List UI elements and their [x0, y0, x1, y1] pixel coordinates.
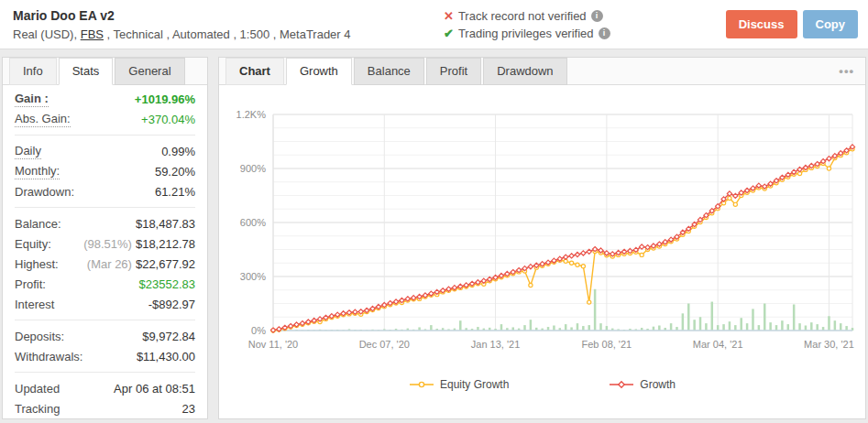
tab-info[interactable]: Info [9, 58, 57, 85]
svg-text:300%: 300% [240, 271, 266, 282]
stat-row-interest: Interest -$892.97 [3, 294, 207, 314]
equity-value: (98.51%)$18,212.78 [83, 237, 195, 251]
highest-date: (Mar 26) [87, 257, 132, 271]
abs-gain-value: +370.04% [141, 113, 195, 126]
withdrawals-value: $11,430.00 [137, 350, 195, 363]
stats-tabbar: Info Stats General [3, 58, 207, 85]
main-content: Info Stats General Gain : +1019.96% Abs.… [0, 49, 868, 419]
stat-row-monthly: Monthly: 59.20% [3, 161, 207, 181]
daily-label[interactable]: Daily [15, 144, 41, 159]
tab-profit[interactable]: Profit [426, 58, 481, 85]
check-icon: ✔ [444, 25, 454, 42]
chart-panel: Chart Growth Balance Profit Drawdown •••… [218, 57, 866, 419]
track-record-text: Track record not verified [458, 7, 587, 25]
legend-item-growth[interactable]: Growth [610, 378, 676, 391]
trading-privileges-status: ✔ Trading privileges verified i [444, 25, 610, 42]
deposits-label: Deposits: [15, 330, 64, 343]
growth-chart-svg: 0%300%600%900%1.2K%Nov 11, '20Dec 07, '2… [222, 94, 863, 369]
chart-legend: Equity Growth Growth [222, 378, 863, 391]
updated-value: Apr 06 at 08:51 [114, 382, 195, 396]
svg-text:Feb 08, '21: Feb 08, '21 [582, 339, 632, 350]
stat-row-drawdown: Drawdown: 61.21% [3, 181, 207, 201]
stat-row-profit: Profit: $23552.83 [3, 274, 207, 294]
legend-label-equity-growth: Equity Growth [440, 378, 509, 391]
interest-value: -$892.97 [148, 298, 195, 311]
trading-privileges-text: Trading privileges verified [458, 25, 594, 42]
stat-row-gain: Gain : +1019.96% [3, 89, 207, 109]
svg-text:600%: 600% [240, 217, 266, 228]
stats-body: Gain : +1019.96% Abs. Gain: +370.04% Dai… [3, 85, 207, 418]
svg-text:1.2K%: 1.2K% [236, 109, 267, 120]
abs-gain-label[interactable]: Abs. Gain: [15, 112, 71, 127]
svg-text:Jan 13, '21: Jan 13, '21 [471, 339, 520, 350]
deposits-value: $9,972.84 [142, 330, 195, 343]
tab-stats[interactable]: Stats [59, 58, 114, 85]
gain-value: +1019.96% [135, 92, 195, 106]
info-icon[interactable]: i [599, 27, 610, 39]
growth-marker-icon [610, 380, 633, 389]
profit-label: Profit: [15, 277, 46, 291]
stat-row-highest: Highest: (Mar 26)$22,677.92 [3, 254, 207, 274]
gain-label[interactable]: Gain : [15, 92, 49, 107]
stats-panel: Info Stats General Gain : +1019.96% Abs.… [2, 57, 208, 419]
highest-value: (Mar 26)$22,677.92 [87, 257, 195, 271]
equity-percent: (98.51%) [83, 237, 132, 251]
svg-text:Dec 07, '20: Dec 07, '20 [359, 339, 410, 350]
legend-item-equity-growth[interactable]: Equity Growth [410, 378, 509, 391]
tracking-value: 23 [182, 402, 195, 416]
stat-row-updated: Updated Apr 06 at 08:51 [3, 378, 207, 398]
stat-row-equity: Equity: (98.51%)$18,212.78 [3, 233, 207, 254]
monthly-value: 59.20% [155, 165, 195, 179]
balance-value: $18,487.83 [136, 217, 195, 231]
subtitle-suffix: , Technical , Automated , 1:500 , MetaTr… [104, 27, 351, 41]
copy-button[interactable]: Copy [803, 10, 859, 38]
stat-row-abs-gain: Abs. Gain: +370.04% [3, 109, 207, 129]
monthly-label[interactable]: Monthly: [15, 164, 60, 179]
verification-block: ✕ Track record not verified i ✔ Trading … [444, 7, 610, 42]
equity-amount: $18,212.78 [136, 237, 195, 251]
info-icon[interactable]: i [591, 10, 603, 22]
chart-menu-icon[interactable]: ••• [828, 64, 865, 78]
updated-label: Updated [15, 382, 60, 396]
divider [15, 207, 195, 208]
tab-growth[interactable]: Growth [286, 58, 352, 85]
broker-link[interactable]: FBS [81, 27, 104, 41]
svg-text:Nov 11, '20: Nov 11, '20 [248, 339, 298, 350]
drawdown-label: Drawdown: [15, 185, 74, 199]
svg-text:0%: 0% [251, 325, 266, 336]
drawdown-value: 61.21% [155, 185, 195, 199]
legend-label-growth: Growth [640, 378, 676, 391]
interest-label: Interest [15, 298, 54, 311]
subtitle-prefix: Real (USD), [13, 27, 81, 41]
divider [15, 135, 195, 136]
highest-label: Highest: [15, 257, 59, 271]
tab-general[interactable]: General [115, 58, 184, 85]
chart-area: 0%300%600%900%1.2K%Nov 11, '20Dec 07, '2… [219, 85, 865, 391]
discuss-button[interactable]: Discuss [726, 10, 797, 38]
svg-text:900%: 900% [240, 163, 266, 174]
balance-label: Balance: [15, 217, 61, 231]
tab-balance[interactable]: Balance [354, 58, 424, 85]
svg-text:Mar 30, '21: Mar 30, '21 [804, 339, 854, 350]
tracking-label: Tracking [15, 402, 60, 416]
divider [15, 320, 195, 320]
stat-row-withdrawals: Withdrawals: $11,430.00 [3, 346, 207, 366]
track-record-status: ✕ Track record not verified i [444, 7, 610, 25]
stat-row-balance: Balance: $18,487.83 [3, 213, 207, 233]
tab-chart[interactable]: Chart [225, 58, 284, 85]
account-header: Mario Doo EA v2 Real (USD), FBS , Techni… [0, 0, 868, 49]
highest-amount: $22,677.92 [136, 257, 195, 271]
equity-label: Equity: [15, 237, 51, 251]
profit-value: $23552.83 [139, 277, 195, 291]
daily-value: 0.99% [161, 145, 195, 158]
cross-icon: ✕ [444, 7, 454, 25]
withdrawals-label: Withdrawals: [15, 350, 82, 363]
chart-tabbar: Chart Growth Balance Profit Drawdown ••• [219, 58, 865, 85]
tab-drawdown[interactable]: Drawdown [483, 58, 566, 85]
svg-text:Mar 04, '21: Mar 04, '21 [693, 339, 743, 350]
stat-row-deposits: Deposits: $9,972.84 [3, 326, 207, 346]
equity-growth-marker-icon [410, 380, 434, 389]
header-buttons: Discuss Copy [726, 10, 858, 38]
stat-row-daily: Daily 0.99% [3, 141, 207, 161]
stat-row-tracking: Tracking 23 [3, 398, 207, 418]
